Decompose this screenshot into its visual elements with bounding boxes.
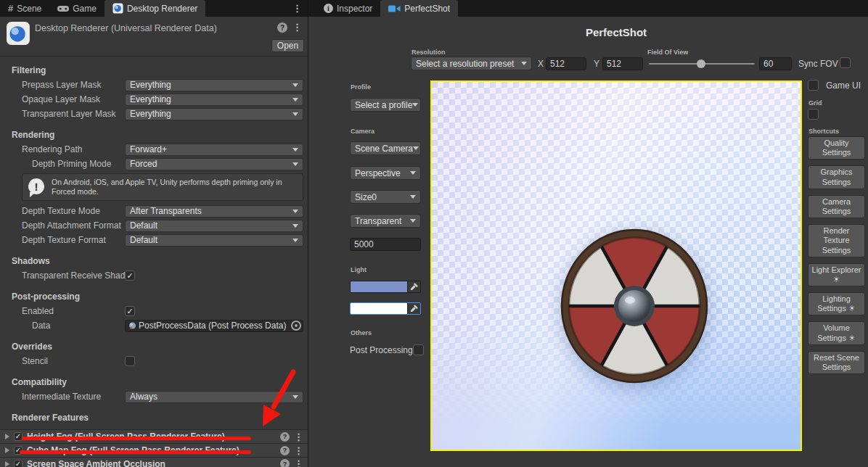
depth-priming-mode-dropdown[interactable]: Forced [125, 158, 303, 170]
depth-attachment-format-row: Depth Attachment Format Default [0, 218, 308, 233]
stencil-checkbox[interactable] [125, 356, 135, 366]
depth-texture-format-dropdown[interactable]: Default [125, 234, 303, 247]
volume-settings-button[interactable]: Volume Settings ☀ [808, 321, 865, 344]
color-swatch[interactable] [351, 281, 407, 292]
warning-bubble-icon: ! [28, 178, 46, 196]
height-fog-checkbox[interactable] [14, 432, 22, 441]
opaque-layer-mask-row: Opaque Layer Mask Everything [0, 92, 308, 107]
feature-kebab-icon[interactable]: ⋮ [294, 458, 303, 467]
unity-editor-window: # Scene Game Desktop Renderer ⋮ [0, 0, 868, 467]
render-preview[interactable] [430, 80, 802, 451]
profile-dropdown[interactable]: Select a profile [350, 98, 421, 112]
depth-priming-helpbox: ! On Android, iOS, and Apple TV, Unity p… [22, 173, 303, 201]
tab-scene[interactable]: # Scene [0, 0, 49, 17]
cube-map-fog-checkbox[interactable] [14, 446, 22, 455]
scene-grid-icon: # [8, 3, 13, 14]
help-icon[interactable]: ? [280, 432, 290, 442]
resolution-x-input[interactable] [546, 57, 586, 70]
help-icon[interactable]: ? [277, 22, 287, 33]
intermediate-texture-dropdown[interactable]: Always [125, 391, 303, 403]
renderer-features-list: Height Fog (Full Screen Pass Renderer Fe… [0, 429, 308, 467]
camera-icon [388, 4, 401, 13]
tab-desktop-renderer[interactable]: Desktop Renderer [105, 0, 205, 17]
foldout-triangle-icon[interactable] [5, 461, 9, 467]
feature-row-cube-map-fog[interactable]: Cube Map Fog (Full Screen Pass Renderer … [0, 443, 308, 457]
transparent-layer-mask-row: Transparent Layer Mask Everything [0, 107, 308, 121]
left-strip-kebab-icon[interactable]: ⋮ [292, 3, 302, 14]
ssao-checkbox[interactable] [14, 460, 22, 467]
lighting-settings-button[interactable]: Lighting Settings ☀ [808, 292, 865, 315]
field-label: Rendering Path [22, 144, 125, 154]
render-texture-settings-button[interactable]: Render Texture Settings [808, 224, 865, 257]
field-label: Transparent Receive Shadows [22, 270, 125, 281]
tab-perfectshot[interactable]: PerfectShot [380, 0, 458, 17]
section-rendering: Rendering [12, 130, 308, 140]
depth-priming-mode-row: Depth Priming Mode Forced [0, 157, 308, 171]
resolution-y-input[interactable] [602, 57, 643, 70]
quality-settings-button[interactable]: Quality Settings [808, 136, 865, 160]
chevron-down-icon [292, 83, 298, 87]
rendering-path-dropdown[interactable]: Forward+ [125, 144, 303, 156]
chevron-down-icon [410, 219, 416, 223]
tab-inspector[interactable]: i Inspector [316, 0, 380, 17]
graphics-settings-button[interactable]: Graphics Settings [808, 165, 865, 189]
eyedropper-icon[interactable] [407, 303, 420, 314]
color-swatch[interactable] [351, 303, 407, 314]
feature-kebab-icon[interactable]: ⋮ [294, 445, 303, 456]
eyedropper-icon[interactable] [407, 281, 420, 292]
help-icon[interactable]: ? [280, 459, 290, 467]
slider-thumb[interactable] [697, 59, 705, 68]
rendering-path-row: Rendering Path Forward+ [0, 142, 308, 157]
transparent-layer-mask-dropdown[interactable]: Everything [125, 108, 303, 120]
tab-bar: # Scene Game Desktop Renderer ⋮ [0, 0, 868, 17]
reset-scene-settings-button[interactable]: Reset Scene Settings [808, 351, 865, 374]
post-processing-toggle-checkbox[interactable] [413, 344, 424, 355]
section-filtering: Filtering [12, 65, 308, 75]
prepass-layer-mask-dropdown[interactable]: Everything [125, 79, 303, 91]
field-label: Depth Texture Mode [22, 206, 125, 216]
transparent-receive-shadows-checkbox[interactable] [125, 270, 135, 281]
chevron-down-icon [292, 395, 298, 399]
tab-perfectshot-label: PerfectShot [404, 4, 450, 14]
depth-texture-mode-dropdown[interactable]: After Transparents [125, 205, 303, 218]
renderer-inspector-pane: Desktop Renderer (Universal Renderer Dat… [0, 17, 308, 467]
depth-attachment-format-dropdown[interactable]: Default [125, 220, 303, 232]
section-post-processing: Post-processing [12, 292, 308, 302]
field-label: Opaque Layer Mask [22, 94, 125, 104]
object-picker-icon[interactable] [291, 321, 301, 331]
tab-game[interactable]: Game [49, 0, 105, 17]
y-label: Y [594, 59, 599, 69]
open-button[interactable]: Open [271, 39, 304, 52]
opaque-layer-mask-dropdown[interactable]: Everything [125, 94, 303, 106]
size-dropdown[interactable]: Size0 [350, 190, 421, 204]
shortcuts-label: Shortcuts [808, 128, 839, 135]
post-process-data-objectfield[interactable]: PostProcessData (Post Process Data) [125, 320, 303, 332]
foldout-triangle-icon[interactable] [5, 447, 9, 453]
light-color-field-1[interactable] [350, 281, 421, 293]
tab-inspector-label: Inspector [337, 4, 372, 14]
intermediate-texture-row: Intermediate Texture Always [0, 389, 308, 404]
light-explorer-button[interactable]: Light Explorer ☀ [808, 263, 865, 286]
sync-fov-checkbox[interactable] [840, 57, 851, 68]
light-color-field-2[interactable] [350, 302, 421, 315]
x-label: X [538, 59, 544, 69]
camera-dropdown[interactable]: Scene Camera [350, 141, 421, 155]
feature-row-height-fog[interactable]: Height Fog (Full Screen Pass Renderer Fe… [0, 429, 308, 443]
post-processing-enabled-checkbox[interactable] [125, 306, 135, 316]
fov-input[interactable] [759, 57, 792, 70]
clip-distance-input[interactable] [350, 238, 421, 251]
feature-kebab-icon[interactable]: ⋮ [294, 431, 303, 442]
feature-row-ssao[interactable]: Screen Space Ambient Occlusion ? ⋮ [0, 457, 308, 467]
fov-slider[interactable] [649, 59, 755, 69]
help-icon[interactable]: ? [280, 446, 290, 455]
grid-checkbox[interactable] [808, 109, 819, 120]
game-ui-checkbox[interactable] [808, 80, 819, 91]
right-tab-strip: i Inspector PerfectShot [308, 0, 868, 17]
projection-dropdown[interactable]: Perspective [350, 166, 421, 180]
header-kebab-icon[interactable]: ⋮ [292, 22, 302, 33]
foldout-triangle-icon[interactable] [5, 434, 9, 439]
background-dropdown[interactable]: Transparent [350, 214, 421, 228]
field-label: Transparent Layer Mask [22, 109, 125, 119]
camera-settings-button[interactable]: Camera Settings [808, 195, 865, 218]
resolution-preset-dropdown[interactable]: Select a resolution preset [411, 57, 532, 70]
